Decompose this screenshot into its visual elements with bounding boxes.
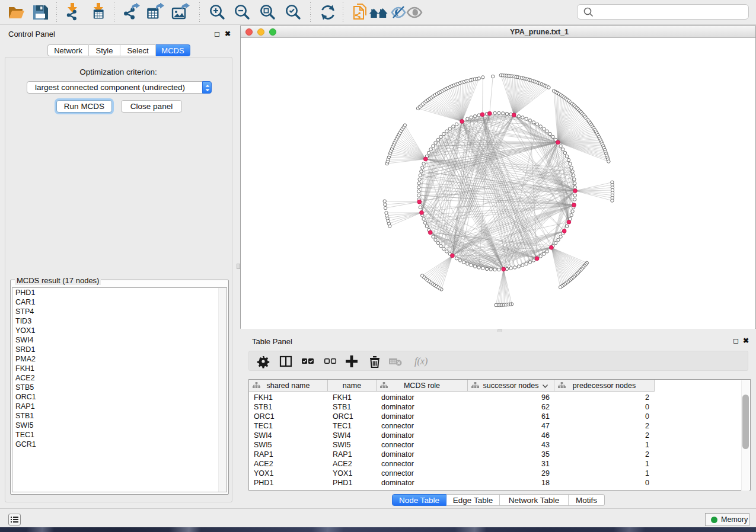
svg-text:f(x): f(x): [414, 356, 428, 367]
